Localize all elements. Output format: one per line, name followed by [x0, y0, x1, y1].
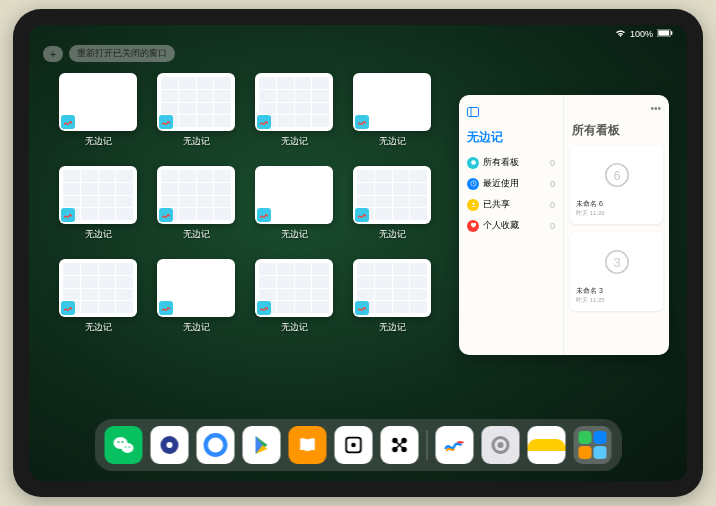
panel-right-title: 所有看板: [572, 122, 661, 139]
app-window-card[interactable]: 无边记: [59, 166, 137, 241]
freeform-app-icon: [257, 301, 271, 315]
app-window-card[interactable]: 无边记: [353, 73, 431, 148]
sidebar-item[interactable]: 所有看板0: [465, 152, 557, 173]
app-window-card[interactable]: 无边记: [59, 73, 137, 148]
app-label: 无边记: [85, 321, 112, 334]
qq-browser-icon[interactable]: [197, 426, 235, 464]
app-label: 无边记: [379, 228, 406, 241]
app-window-card[interactable]: 无边记: [59, 259, 137, 334]
wechat-icon[interactable]: [105, 426, 143, 464]
board-title: 未命名 3: [576, 286, 657, 296]
app-window-card[interactable]: 无边记: [255, 259, 333, 334]
freeform-app-icon: [355, 208, 369, 222]
app-thumbnail: [157, 259, 235, 317]
books-icon[interactable]: [289, 426, 327, 464]
screen: 100% + 重新打开已关闭的窗口 无边记无边记无边记无边记无边记无边记无边记无…: [29, 25, 687, 481]
freeform-panel: 无边记 所有看板0最近使用0已共享0个人收藏0 ••• 所有看板 6未命名 6昨…: [459, 95, 669, 355]
dice-icon[interactable]: [335, 426, 373, 464]
board-card[interactable]: 3未命名 3昨天 11:25: [570, 232, 663, 311]
add-button[interactable]: +: [43, 46, 63, 62]
sidebar-bullet-icon: [467, 178, 479, 190]
freeform-app-icon: [159, 301, 173, 315]
ipad-frame: 100% + 重新打开已关闭的窗口 无边记无边记无边记无边记无边记无边记无边记无…: [13, 9, 703, 497]
board-preview: 6: [576, 151, 657, 199]
play-icon[interactable]: [243, 426, 281, 464]
sidebar-item[interactable]: 已共享0: [465, 194, 557, 215]
app-thumbnail: [255, 259, 333, 317]
freeform-app-icon: [159, 208, 173, 222]
app-label: 无边记: [183, 321, 210, 334]
reopen-closed-window-button[interactable]: 重新打开已关闭的窗口: [69, 45, 175, 62]
svg-rect-1: [658, 30, 669, 35]
sidebar-item[interactable]: 个人收藏0: [465, 215, 557, 236]
svg-point-17: [129, 446, 131, 448]
sidebar-item-label: 个人收藏: [483, 219, 519, 232]
sidebar-item-label: 已共享: [483, 198, 510, 211]
svg-point-19: [167, 442, 173, 448]
quark-icon[interactable]: [151, 426, 189, 464]
freeform-app-icon: [257, 208, 271, 222]
svg-point-16: [125, 446, 127, 448]
freeform-app-icon: [355, 115, 369, 129]
app-library-icon[interactable]: [574, 426, 612, 464]
app-label: 无边记: [281, 321, 308, 334]
app-thumbnail: [255, 166, 333, 224]
freeform-icon[interactable]: [436, 426, 474, 464]
svg-point-22: [351, 443, 356, 448]
app-thumbnail: [59, 259, 137, 317]
app-window-card[interactable]: 无边记: [255, 73, 333, 148]
svg-point-7: [472, 202, 474, 204]
app-window-card[interactable]: 无边记: [255, 166, 333, 241]
dock: [95, 419, 622, 471]
svg-rect-2: [671, 31, 672, 35]
app-label: 无边记: [379, 135, 406, 148]
more-icon[interactable]: •••: [650, 103, 661, 114]
svg-point-15: [122, 441, 124, 443]
sidebar-toggle-icon[interactable]: [467, 103, 479, 121]
app-label: 无边记: [281, 135, 308, 148]
board-title: 未命名 6: [576, 199, 657, 209]
app-window-card[interactable]: 无边记: [157, 259, 235, 334]
svg-point-5: [471, 160, 476, 165]
sidebar-item-label: 所有看板: [483, 156, 519, 169]
freeform-app-icon: [257, 115, 271, 129]
app-window-card[interactable]: 无边记: [353, 166, 431, 241]
sidebar-item-count: 0: [550, 221, 555, 231]
sidebar-item[interactable]: 最近使用0: [465, 173, 557, 194]
sidebar-bullet-icon: [467, 199, 479, 211]
app-switcher-grid: 无边记无边记无边记无边记无边记无边记无边记无边记无边记无边记无边记无边记: [59, 73, 439, 334]
freeform-app-icon: [61, 208, 75, 222]
sidebar-bullet-icon: [467, 220, 479, 232]
app-label: 无边记: [379, 321, 406, 334]
svg-rect-3: [468, 108, 479, 117]
connect-icon[interactable]: [381, 426, 419, 464]
svg-point-14: [118, 441, 120, 443]
app-thumbnail: [157, 166, 235, 224]
freeform-app-icon: [61, 115, 75, 129]
app-thumbnail: [59, 166, 137, 224]
settings-icon[interactable]: [482, 426, 520, 464]
app-label: 无边记: [281, 228, 308, 241]
freeform-app-icon: [159, 115, 173, 129]
sidebar-item-count: 0: [550, 158, 555, 168]
freeform-app-icon: [355, 301, 369, 315]
app-window-card[interactable]: 无边记: [157, 73, 235, 148]
app-label: 无边记: [85, 228, 112, 241]
dock-separator: [427, 430, 428, 460]
board-preview: 3: [576, 238, 657, 286]
board-time: 昨天 11:26: [576, 209, 657, 218]
app-thumbnail: [353, 73, 431, 131]
battery-text: 100%: [630, 29, 653, 39]
notes-icon[interactable]: [528, 426, 566, 464]
app-window-card[interactable]: 无边记: [353, 259, 431, 334]
wifi-icon: [615, 29, 626, 39]
sidebar-item-count: 0: [550, 200, 555, 210]
sidebar-item-label: 最近使用: [483, 177, 519, 190]
app-thumbnail: [255, 73, 333, 131]
svg-point-29: [498, 442, 504, 448]
svg-point-13: [122, 443, 134, 453]
app-window-card[interactable]: 无边记: [157, 166, 235, 241]
battery-icon: [657, 29, 673, 39]
app-thumbnail: [157, 73, 235, 131]
board-card[interactable]: 6未命名 6昨天 11:26: [570, 145, 663, 224]
